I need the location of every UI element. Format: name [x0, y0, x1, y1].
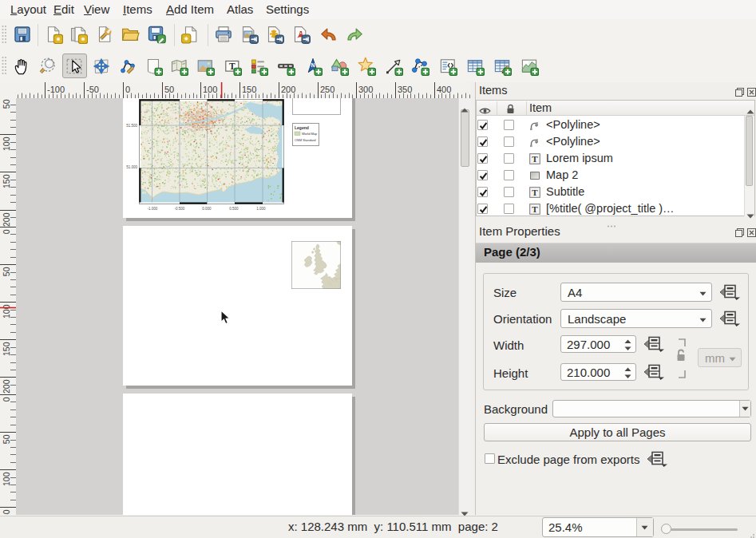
svg-text:150: 150 [242, 85, 256, 94]
svg-text:0.500: 0.500 [229, 207, 239, 211]
svg-text:OSM Standard: OSM Standard [295, 137, 315, 141]
svg-text:1.000: 1.000 [256, 207, 266, 211]
svg-text:100: 100 [2, 472, 11, 486]
svg-text:-100: -100 [47, 85, 65, 94]
svg-text:Legend: Legend [295, 125, 309, 129]
svg-text:150: 150 [2, 509, 11, 515]
svg-text:100: 100 [2, 136, 11, 151]
svg-text:200: 200 [2, 379, 11, 394]
svg-text:350: 350 [398, 85, 412, 94]
svg-text:T: T [532, 188, 538, 197]
svg-text:150: 150 [2, 342, 11, 356]
svg-text:200: 200 [281, 85, 295, 94]
svg-text:200: 200 [2, 212, 11, 227]
svg-text:50: 50 [164, 85, 174, 94]
svg-text:250: 250 [320, 85, 334, 94]
svg-text:0: 0 [2, 229, 11, 234]
svg-text:150: 150 [2, 174, 11, 188]
svg-text:-50: -50 [86, 85, 99, 94]
svg-text:400: 400 [437, 85, 451, 94]
svg-text:300: 300 [358, 85, 373, 94]
svg-text:0.000: 0.000 [202, 207, 212, 211]
svg-text:51.500: 51.500 [126, 124, 137, 128]
svg-text:50: 50 [2, 99, 11, 109]
svg-text:0: 0 [2, 397, 11, 402]
svg-text:50: 50 [2, 434, 11, 444]
svg-text:T: T [532, 154, 538, 164]
svg-text:50: 50 [2, 267, 11, 276]
svg-text:100: 100 [2, 304, 11, 318]
svg-text:-1.000: -1.000 [148, 207, 158, 211]
svg-text:51.000: 51.000 [126, 165, 137, 169]
svg-text:-0.500: -0.500 [175, 207, 185, 211]
svg-text:World Map: World Map [302, 132, 318, 136]
svg-text:T: T [532, 204, 538, 214]
svg-text:0: 0 [125, 85, 130, 94]
svg-text:100: 100 [203, 85, 217, 94]
svg-text:N: N [311, 62, 315, 68]
